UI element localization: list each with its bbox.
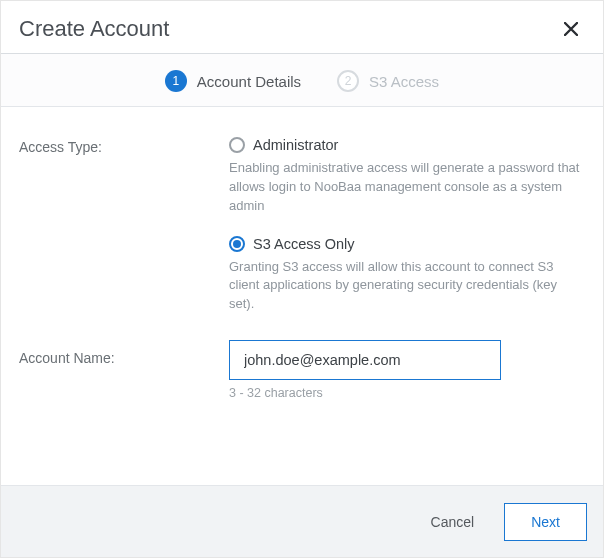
radio-option-s3-access-only[interactable]: S3 Access Only: [229, 236, 585, 252]
access-type-label: Access Type:: [19, 137, 229, 155]
radio-label: Administrator: [253, 137, 338, 153]
radio-label: S3 Access Only: [253, 236, 355, 252]
close-icon: [564, 22, 578, 36]
field-account-name: Account Name: 3 - 32 characters: [19, 340, 585, 400]
modal-header: Create Account: [1, 1, 603, 54]
radio-icon: [229, 236, 245, 252]
close-button[interactable]: [557, 15, 585, 43]
modal-title: Create Account: [19, 16, 169, 42]
administrator-description: Enabling administrative access will gene…: [229, 159, 585, 216]
field-access-type: Access Type: Administrator Enabling admi…: [19, 137, 585, 314]
cancel-button[interactable]: Cancel: [419, 504, 487, 540]
create-account-modal: Create Account 1 Account Details 2 S3 Ac…: [0, 0, 604, 558]
step-label: Account Details: [197, 73, 301, 90]
account-name-hint: 3 - 32 characters: [229, 386, 585, 400]
radio-option-administrator[interactable]: Administrator: [229, 137, 585, 153]
account-name-label: Account Name:: [19, 340, 229, 366]
account-name-input[interactable]: [229, 340, 501, 380]
step-badge: 2: [337, 70, 359, 92]
step-account-details[interactable]: 1 Account Details: [165, 70, 301, 92]
modal-body: Access Type: Administrator Enabling admi…: [1, 107, 603, 485]
next-button[interactable]: Next: [504, 503, 587, 541]
step-s3-access[interactable]: 2 S3 Access: [337, 70, 439, 92]
modal-footer: Cancel Next: [1, 485, 603, 557]
s3-access-description: Granting S3 access will allow this accou…: [229, 258, 585, 315]
step-label: S3 Access: [369, 73, 439, 90]
access-type-options: Administrator Enabling administrative ac…: [229, 137, 585, 314]
step-badge: 1: [165, 70, 187, 92]
radio-icon: [229, 137, 245, 153]
wizard-stepper: 1 Account Details 2 S3 Access: [1, 54, 603, 107]
